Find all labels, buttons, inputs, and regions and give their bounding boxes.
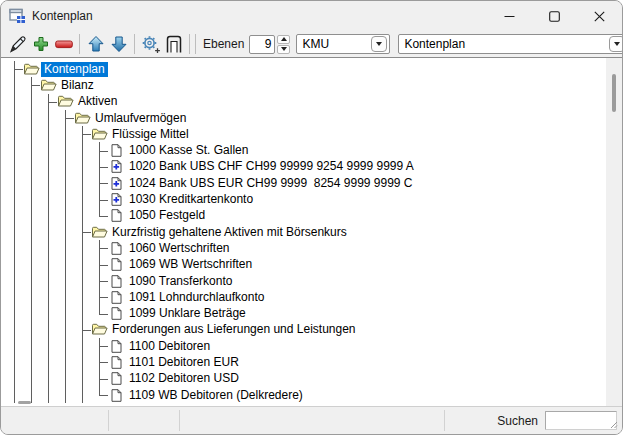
kontenplan-combobox-drop-button[interactable] bbox=[609, 36, 623, 52]
tree-connector bbox=[91, 289, 108, 305]
ebenen-spin-up-button[interactable] bbox=[277, 35, 290, 44]
tree-indent-line bbox=[23, 126, 40, 142]
resize-grip-icon[interactable] bbox=[610, 421, 618, 429]
tree-connector bbox=[91, 257, 108, 273]
tree-indent-line bbox=[6, 110, 23, 126]
tree-indent-line bbox=[23, 240, 40, 256]
tree-item[interactable]: 1100 Debitoren bbox=[6, 338, 622, 354]
tree-indent-line bbox=[6, 224, 23, 240]
horizontal-scrollbar[interactable] bbox=[1, 398, 606, 406]
tree-item[interactable]: Aktiven bbox=[6, 94, 622, 110]
exit-button[interactable] bbox=[162, 33, 185, 55]
tree-indent-line bbox=[23, 322, 40, 338]
tree-item-label[interactable]: 1101 Debitoren EUR bbox=[126, 355, 242, 370]
folder-icon bbox=[40, 77, 57, 93]
tree-indent-line bbox=[57, 257, 74, 273]
tree-item-label[interactable]: 1069 WB Wertschriften bbox=[126, 257, 255, 272]
tree-item[interactable]: 1000 Kasse St. Gallen bbox=[6, 142, 622, 158]
tree-item-label[interactable]: 1000 Kasse St. Gallen bbox=[126, 143, 251, 158]
tree-item-label[interactable]: 1090 Transferkonto bbox=[126, 274, 235, 289]
tree-item-label[interactable]: 1100 Debitoren bbox=[126, 339, 213, 354]
tree-item-label[interactable]: 1020 Bank UBS CHF CH99 99999 9254 9999 9… bbox=[126, 159, 417, 174]
document-icon bbox=[108, 338, 125, 354]
tree-indent-line bbox=[74, 354, 91, 370]
tree-item[interactable]: 1091 Lohndurchlaufkonto bbox=[6, 289, 622, 305]
tree-item[interactable]: Kontenplan bbox=[6, 61, 622, 77]
tree-item-label[interactable]: Aktiven bbox=[75, 94, 120, 109]
tree-indent-line bbox=[57, 305, 74, 321]
mandant-combobox-drop-button[interactable] bbox=[371, 36, 387, 52]
window-title: Kontenplan bbox=[32, 9, 93, 23]
tree-indent-line bbox=[23, 257, 40, 273]
maximize-button[interactable] bbox=[532, 1, 577, 31]
delete-button[interactable] bbox=[52, 33, 75, 55]
tree-connector bbox=[91, 208, 108, 224]
tree-indent-line bbox=[57, 322, 74, 338]
tree-indent-line bbox=[74, 240, 91, 256]
tree-item-label[interactable]: Umlaufvermögen bbox=[92, 111, 189, 126]
tree-item[interactable]: 1101 Debitoren EUR bbox=[6, 354, 622, 370]
tree-item-label[interactable]: 1024 Bank UBS EUR CH99 9999 8254 9999 99… bbox=[126, 176, 416, 191]
ebenen-spin-down-button[interactable] bbox=[277, 45, 290, 54]
ebenen-value-input[interactable]: 9 bbox=[249, 35, 275, 54]
tree-item[interactable]: Umlaufvermögen bbox=[6, 110, 622, 126]
tree-indent-line bbox=[23, 338, 40, 354]
tree-indent-line bbox=[57, 191, 74, 207]
mandant-combobox[interactable]: KMU bbox=[296, 34, 390, 54]
tree-item[interactable]: Kurzfristig gehaltene Aktiven mit Börsen… bbox=[6, 224, 622, 240]
tree-item[interactable]: Bilanz bbox=[6, 77, 622, 93]
tree-item-label[interactable]: 1030 Kreditkartenkonto bbox=[126, 192, 256, 207]
tree-item[interactable]: 1050 Festgeld bbox=[6, 208, 622, 224]
chevron-down-icon bbox=[614, 42, 620, 46]
spin-up-icon bbox=[281, 37, 287, 41]
tree-indent-line bbox=[6, 94, 23, 110]
tree-item[interactable]: 1090 Transferkonto bbox=[6, 273, 622, 289]
tree-indent-line bbox=[40, 371, 57, 387]
tree-item[interactable]: 1102 Debitoren USD bbox=[6, 371, 622, 387]
tree-item[interactable]: 1030 Kreditkartenkonto bbox=[6, 191, 622, 207]
tree-item-label[interactable]: 1091 Lohndurchlaufkonto bbox=[126, 290, 267, 305]
vertical-scrollbar-thumb[interactable] bbox=[612, 74, 616, 112]
tree-item-label[interactable]: Kurzfristig gehaltene Aktiven mit Börsen… bbox=[109, 225, 350, 240]
tree-indent-line bbox=[40, 289, 57, 305]
folder-icon bbox=[57, 94, 74, 110]
settings-button[interactable] bbox=[139, 33, 162, 55]
tree-item[interactable]: 1020 Bank UBS CHF CH99 99999 9254 9999 9… bbox=[6, 159, 622, 175]
tree-item[interactable]: 1069 WB Wertschriften bbox=[6, 257, 622, 273]
tree-item-label[interactable]: 1050 Festgeld bbox=[126, 208, 208, 223]
tree-connector bbox=[74, 322, 91, 338]
tree-item[interactable]: 1024 Bank UBS EUR CH99 9999 8254 9999 99… bbox=[6, 175, 622, 191]
tree-indent-line bbox=[40, 126, 57, 142]
tree-item-label[interactable]: 1102 Debitoren USD bbox=[126, 371, 242, 386]
kontenplan-combobox[interactable]: Kontenplan bbox=[398, 34, 623, 54]
move-down-button[interactable] bbox=[107, 33, 130, 55]
vertical-scrollbar[interactable] bbox=[606, 58, 622, 406]
edit-button[interactable] bbox=[6, 33, 29, 55]
horizontal-scrollbar-thumb[interactable] bbox=[18, 401, 31, 404]
tree-item-label[interactable]: Flüssige Mittel bbox=[109, 127, 192, 142]
tree-item-label[interactable]: 1060 Wertschriften bbox=[126, 241, 233, 256]
tree-item-label[interactable]: Forderungen aus Lieferungen und Leistung… bbox=[109, 322, 359, 337]
tree-indent-line bbox=[40, 159, 57, 175]
delete-minus-icon bbox=[55, 40, 73, 49]
tree-connector bbox=[91, 371, 108, 387]
tree-item[interactable]: 1060 Wertschriften bbox=[6, 240, 622, 256]
spin-down-icon bbox=[281, 47, 287, 51]
move-up-button[interactable] bbox=[84, 33, 107, 55]
search-input[interactable] bbox=[545, 411, 617, 430]
tree-indent-line bbox=[57, 338, 74, 354]
close-button[interactable] bbox=[577, 1, 622, 31]
minimize-button[interactable] bbox=[487, 1, 532, 31]
tree-indent-line bbox=[57, 289, 74, 305]
tree-indent-line bbox=[23, 191, 40, 207]
tree-item[interactable]: Forderungen aus Lieferungen und Leistung… bbox=[6, 322, 622, 338]
tree-indent-line bbox=[23, 142, 40, 158]
tree-item-label[interactable]: Bilanz bbox=[58, 78, 97, 93]
tree-indent-line bbox=[23, 175, 40, 191]
tree-item[interactable]: Flüssige Mittel bbox=[6, 126, 622, 142]
tree-item-label[interactable]: 1099 Unklare Beträge bbox=[126, 306, 249, 321]
tree-indent-line bbox=[40, 273, 57, 289]
tree-item-label[interactable]: Kontenplan bbox=[41, 62, 108, 77]
tree-item[interactable]: 1099 Unklare Beträge bbox=[6, 305, 622, 321]
add-button[interactable] bbox=[29, 33, 52, 55]
